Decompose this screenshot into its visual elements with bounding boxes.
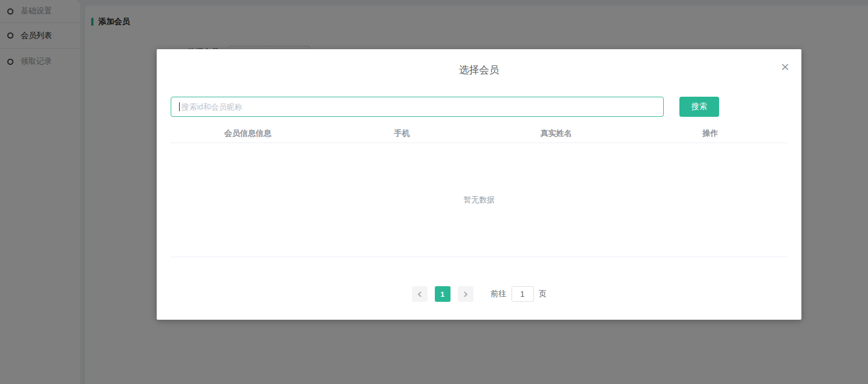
- search-input[interactable]: [171, 97, 664, 117]
- page-number-button[interactable]: 1: [435, 286, 451, 302]
- pagination: 1 前往 页: [157, 286, 801, 302]
- goto-page-group: 前往 页: [491, 286, 547, 302]
- dialog-title: 选择会员: [157, 49, 801, 75]
- close-icon[interactable]: ×: [778, 60, 792, 73]
- table-body: 暂无数据: [171, 143, 787, 257]
- column-header-actions: 操作: [634, 129, 788, 139]
- table-header-row: 会员信息信息 手机 真实姓名 操作: [171, 124, 787, 143]
- goto-page-input[interactable]: [512, 286, 534, 302]
- next-page-button[interactable]: [458, 286, 473, 302]
- prev-page-button[interactable]: [412, 286, 428, 302]
- column-header-phone: 手机: [325, 129, 480, 139]
- goto-label: 前往: [491, 289, 506, 299]
- text-caret: [179, 102, 180, 111]
- search-input-wrap: [171, 97, 664, 117]
- chevron-left-icon: [417, 291, 423, 297]
- goto-unit-label: 页: [539, 289, 547, 299]
- select-member-dialog: 选择会员 × 搜索 会员信息信息 手机 真实姓名 操作 暂无数据 1 前往 页: [157, 49, 801, 320]
- column-header-member-info: 会员信息信息: [171, 129, 325, 139]
- search-row: 搜索: [171, 97, 787, 117]
- column-header-real-name: 真实姓名: [479, 129, 634, 139]
- search-button[interactable]: 搜索: [679, 97, 719, 117]
- chevron-right-icon: [462, 291, 467, 297]
- empty-data-text: 暂无数据: [463, 195, 495, 205]
